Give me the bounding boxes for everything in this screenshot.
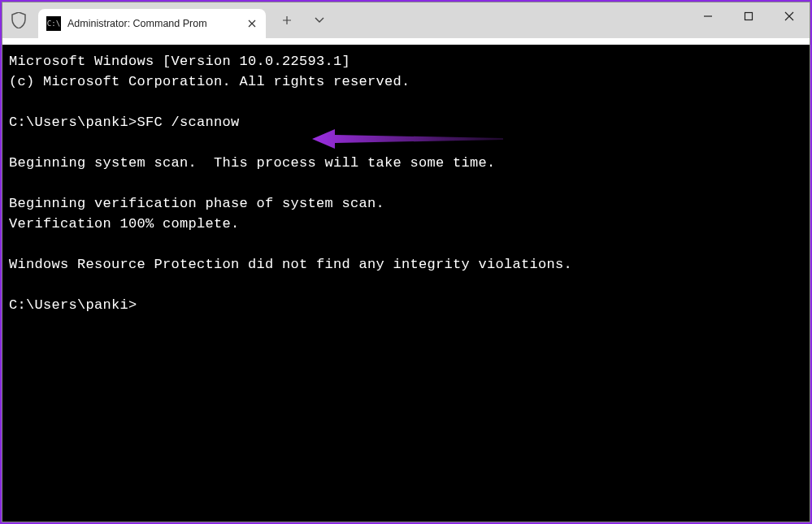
- window-controls: [688, 2, 810, 30]
- tab-active[interactable]: C:\ Administrator: Command Prom: [38, 9, 266, 38]
- terminal-window: C:\ Administrator: Command Prom: [2, 2, 810, 522]
- terminal-line: Beginning verification phase of system s…: [9, 196, 384, 211]
- maximize-button[interactable]: [728, 2, 769, 30]
- new-tab-button[interactable]: [272, 6, 302, 35]
- toolbar-strip: [2, 38, 810, 45]
- terminal-line: Verification 100% complete.: [9, 216, 240, 232]
- terminal-prompt-line: C:\Users\panki>: [9, 297, 137, 313]
- terminal-line: Windows Resource Protection did not find…: [9, 257, 572, 272]
- terminal-prompt-line: C:\Users\panki>SFC /scannow: [9, 115, 240, 130]
- minimize-button[interactable]: [688, 2, 728, 30]
- tab-actions: [266, 2, 334, 38]
- tab-dropdown-button[interactable]: [305, 6, 334, 35]
- tab-title: Administrator: Command Prom: [67, 18, 238, 29]
- svg-rect-0: [745, 13, 753, 20]
- shield-icon: [2, 2, 35, 38]
- terminal-line: Microsoft Windows [Version 10.0.22593.1]: [9, 54, 350, 69]
- terminal-output[interactable]: Microsoft Windows [Version 10.0.22593.1]…: [2, 45, 810, 522]
- cmd-icon: C:\: [46, 16, 61, 31]
- terminal-line: Beginning system scan. This process will…: [9, 155, 496, 171]
- close-button[interactable]: [769, 2, 810, 30]
- terminal-line: (c) Microsoft Corporation. All rights re…: [9, 74, 410, 89]
- titlebar[interactable]: C:\ Administrator: Command Prom: [2, 2, 810, 38]
- tab-close-button[interactable]: [245, 16, 259, 31]
